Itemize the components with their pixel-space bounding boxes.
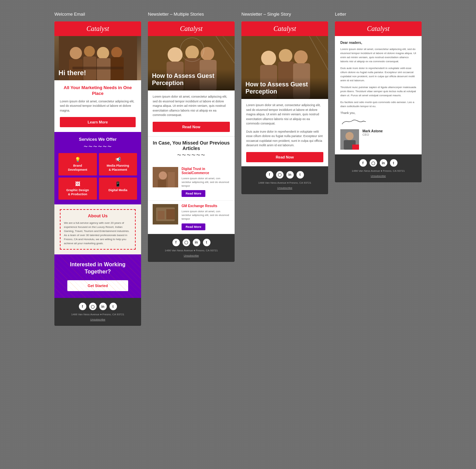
- article-1-read-more[interactable]: Read More: [182, 190, 205, 197]
- column-newsletter-single: Newsletter – Single Story Catalyst: [241, 10, 328, 326]
- ns-read-now-button[interactable]: Read Now: [246, 152, 323, 162]
- ns-hero: How to Assess Guest Perception: [241, 36, 328, 99]
- nm-social-icons: f ◯ in t: [153, 239, 230, 246]
- lt-twitter-icon[interactable]: t: [390, 159, 397, 167]
- twitter-icon[interactable]: t: [109, 303, 117, 310]
- we-footer: f ◯ in t 1466 Van Ness Avenue ♦ Fresno, …: [54, 298, 141, 326]
- nm-read-now-button[interactable]: Read Now: [153, 122, 230, 132]
- nm-header: Catalyst: [148, 21, 235, 36]
- we-header: Catalyst: [54, 21, 141, 36]
- article-1-content: Digital Trust in SocialCommerce Lorem ip…: [182, 167, 230, 197]
- nm-missed: In Case, You Missed Our Previous Article…: [148, 136, 235, 164]
- ns-unsubscribe[interactable]: Unsubscribe: [246, 186, 323, 189]
- we-subtitle: All Your Marketing Needs in One Place: [60, 85, 136, 97]
- article-2-read-more[interactable]: Read More: [182, 223, 205, 230]
- svg-point-30: [279, 49, 292, 63]
- newsletter-multiple-card: Catalyst: [148, 21, 235, 262]
- article-2-title: GM Exchange Results: [182, 204, 230, 208]
- column-welcome-email: Welcome Email Catalyst: [54, 10, 141, 326]
- facebook-icon[interactable]: f: [79, 303, 86, 310]
- nm-twitter-icon[interactable]: t: [203, 239, 210, 246]
- article-1-image: [153, 167, 178, 187]
- lt-linkedin-icon[interactable]: in: [380, 159, 387, 167]
- ns-body-text2: Duis aute irure dolor in reprehenderit i…: [246, 130, 323, 148]
- letter-card: Catalyst Dear readers, Lorem ipsum dolor…: [335, 21, 422, 182]
- media-label: Media Planning& Placement: [107, 164, 129, 171]
- brand-label: BrandDevelopment: [68, 164, 87, 171]
- lt-signature: [340, 117, 368, 126]
- page-wrapper: Welcome Email Catalyst: [7, 7, 469, 329]
- lt-sig-photo: [340, 129, 359, 150]
- svg-point-29: [261, 51, 276, 66]
- we-body: All Your Marketing Needs in One Place Lo…: [54, 80, 141, 132]
- get-started-button[interactable]: Get Started: [67, 280, 128, 291]
- nm-linkedin-icon[interactable]: in: [193, 239, 200, 246]
- service-brand-development: 💡 BrandDevelopment: [58, 153, 97, 175]
- column-letter: Letter Catalyst Dear readers, Lorem ipsu…: [335, 10, 422, 326]
- ns-header: Catalyst: [241, 21, 328, 36]
- article-2: GM Exchange Results Lorem ipsum dolor si…: [148, 201, 235, 234]
- lt-para-3: Tincidunt nunc pulvinar sapien et ligula…: [340, 85, 416, 98]
- ns-instagram-icon[interactable]: ◯: [276, 171, 284, 179]
- about-text: We are a full-service agency with over 2…: [64, 221, 132, 246]
- ns-facebook-icon[interactable]: f: [266, 171, 273, 179]
- ns-linkedin-icon[interactable]: in: [286, 171, 294, 179]
- ns-hero-title: How to Assess Guest Perception: [245, 81, 324, 96]
- we-logo: Catalyst: [58, 25, 138, 33]
- we-body-text: Lorem ipsum dolor sit amet, consectetur …: [60, 99, 136, 113]
- lt-footer: f ◯ in t 1466 Van Ness Avenue ♦ Fresno, …: [335, 154, 422, 182]
- article-2-content: GM Exchange Results Lorem ipsum dolor si…: [182, 204, 230, 230]
- we-hero: Hi there!: [54, 36, 141, 80]
- lt-unsubscribe[interactable]: Unsubscribe: [340, 174, 417, 178]
- we-hero-overlay: Hi there!: [54, 66, 141, 80]
- nm-instagram-icon[interactable]: ◯: [183, 239, 190, 246]
- svg-point-12: [185, 46, 199, 59]
- lt-facebook-icon[interactable]: f: [359, 159, 367, 167]
- missed-title: In Case, You Missed Our Previous Article…: [153, 140, 230, 151]
- lt-header: Catalyst: [335, 21, 422, 36]
- lt-dear: Dear readers,: [340, 41, 416, 45]
- lt-sig-text: Mark Astone CEO: [362, 129, 416, 136]
- services-wavy: 〜〜〜〜〜〜: [58, 144, 137, 150]
- lt-sig-area: Mark Astone CEO: [340, 129, 416, 150]
- welcome-email-card: Catalyst: [54, 21, 141, 326]
- instagram-icon[interactable]: ◯: [89, 303, 97, 310]
- service-graphic-design: 🖼 Graphic Design& Production: [58, 178, 97, 200]
- newsletter-single-label: Newsletter – Single Story: [241, 10, 328, 18]
- ns-social-icons: f ◯ in t: [246, 171, 323, 179]
- svg-rect-40: [352, 145, 359, 150]
- article-1-text: Lorem ipsum dolor sit amet, con sectetur…: [182, 177, 230, 188]
- svg-point-31: [294, 50, 308, 64]
- svg-point-3: [97, 47, 109, 59]
- welcome-email-label: Welcome Email: [54, 10, 141, 18]
- article-1-title: Digital Trust in SocialCommerce: [182, 167, 230, 175]
- ns-body-text1: Lorem ipsum dolor sit amet, consectetur …: [246, 103, 323, 126]
- nm-body: Lorem ipsum dolor sit amet, consectetur …: [148, 90, 235, 136]
- lt-para-4: Eu facilisis sed odio morbi quis commodo…: [340, 100, 416, 108]
- cta-title: Interested in Working Together?: [60, 261, 136, 275]
- lt-footer-address: 1466 Van Ness Avenue ♦ Fresno, CA 93721: [340, 169, 417, 172]
- lt-logo: Catalyst: [338, 25, 418, 33]
- nm-facebook-icon[interactable]: f: [172, 239, 180, 246]
- ns-footer-address: 1466 Van Ness Avenue ♦ Fresno, CA 93721: [246, 181, 323, 184]
- nm-hero: How to Assess Guest Perception: [148, 36, 235, 90]
- social-icons: f ◯ in t: [59, 303, 136, 310]
- lt-body: Dear readers, Lorem ipsum dolor sit amet…: [335, 36, 422, 154]
- ns-logo: Catalyst: [245, 25, 325, 33]
- svg-point-1: [70, 47, 82, 59]
- lt-instagram-icon[interactable]: ◯: [370, 159, 377, 167]
- svg-point-38: [345, 132, 354, 140]
- article-2-image: [153, 204, 178, 224]
- nm-footer: f ◯ in t 1466 Van Ness Avenue ♦ Fresno, …: [148, 234, 235, 262]
- svg-point-2: [84, 46, 95, 57]
- media-icon: 📢: [101, 156, 135, 163]
- lt-sig-name: Mark Astone: [362, 129, 416, 133]
- ns-twitter-icon[interactable]: t: [296, 171, 304, 179]
- nm-unsubscribe[interactable]: Unsubscribe: [153, 254, 230, 257]
- we-hero-title: Hi there!: [58, 69, 137, 77]
- services-grid: 💡 BrandDevelopment 📢 Media Planning& Pla…: [58, 153, 137, 200]
- unsubscribe-link[interactable]: Unsubscribe: [59, 318, 136, 321]
- linkedin-icon[interactable]: in: [99, 303, 107, 310]
- about-title: About Us: [64, 213, 132, 218]
- learn-more-button[interactable]: Learn More: [60, 117, 136, 127]
